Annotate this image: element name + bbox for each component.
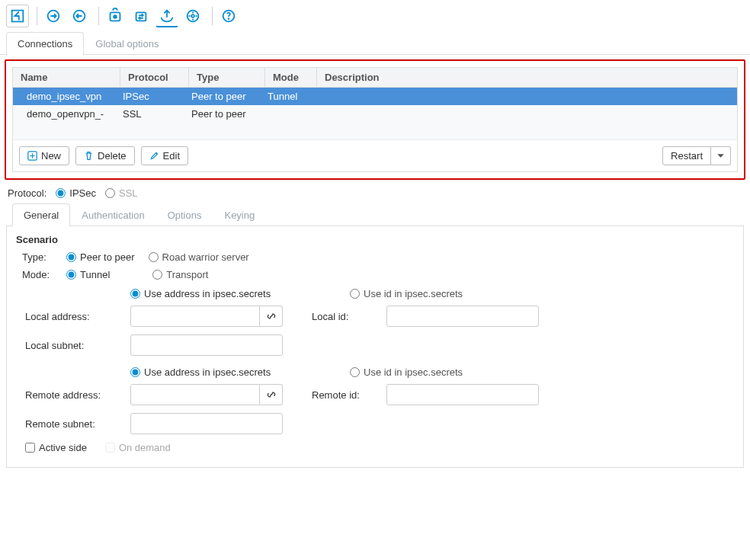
col-mode[interactable]: Mode (264, 68, 316, 87)
remote-address-label: Remote address: (25, 389, 124, 401)
connections-highlight: Name Protocol Type Mode Description demo… (5, 59, 745, 180)
svg-point-8 (229, 18, 229, 19)
link-icon (266, 311, 277, 322)
svg-rect-4 (136, 12, 146, 21)
local-address-link-button[interactable] (260, 306, 283, 327)
svg-point-3 (114, 15, 117, 18)
separator (212, 7, 213, 25)
col-protocol[interactable]: Protocol (120, 68, 188, 87)
remote-address-link-button[interactable] (260, 384, 283, 405)
local-use-address-radio[interactable]: Use address in ipsec.secrets (130, 288, 344, 299)
table-actions: New Delete Edit Restart (13, 139, 737, 171)
mode-row: Mode: Tunnel Transport (22, 269, 734, 280)
cell-mode: Tunnel (264, 88, 316, 105)
protocol-label: Protocol: (8, 187, 46, 199)
plus-icon (27, 151, 37, 161)
gear-circle-icon[interactable] (181, 5, 204, 27)
remote-use-address-radio[interactable]: Use address in ipsec.secrets (130, 366, 344, 378)
delete-button[interactable]: Delete (75, 146, 135, 165)
remote-secrets-row: Use address in ipsec.secrets Use id in i… (25, 366, 734, 378)
link-icon (266, 389, 277, 400)
type-label: Type: (22, 251, 60, 263)
connections-table: Name Protocol Type Mode Description demo… (12, 67, 738, 172)
scenario-title: Scenario (16, 234, 734, 245)
remote-address-group (130, 384, 306, 405)
col-description[interactable]: Description (316, 68, 737, 87)
help-icon[interactable] (217, 5, 240, 27)
tab-options[interactable]: Options (156, 203, 213, 226)
cell-description (316, 88, 737, 105)
restart-group: Restart (662, 146, 731, 165)
mode-tunnel-radio[interactable]: Tunnel (66, 269, 110, 280)
tab-keying[interactable]: Keying (213, 203, 266, 226)
back-icon[interactable] (6, 5, 29, 27)
restart-dropdown[interactable] (711, 146, 731, 165)
remote-id-label: Remote id: (312, 389, 380, 401)
edit-label: Edit (163, 150, 180, 162)
settings-swap-icon[interactable] (130, 5, 152, 27)
sync-in-icon[interactable] (42, 5, 65, 27)
local-address-label: Local address: (25, 311, 124, 322)
protocol-ipsec-radio[interactable]: IPSec (56, 187, 96, 199)
remote-subnet-input[interactable] (130, 413, 283, 434)
detail-panel: General Authentication Options Keying Sc… (6, 203, 744, 468)
local-use-id-radio[interactable]: Use id in ipsec.secrets (350, 288, 518, 299)
table-row[interactable]: demo_openvpn_- SSL Peer to peer (13, 105, 737, 123)
protocol-selector: Protocol: IPSec SSL (0, 183, 750, 203)
tab-general[interactable]: General (12, 203, 70, 226)
on-demand-checkbox: On demand (105, 442, 171, 453)
col-name[interactable]: Name (13, 68, 120, 87)
chevron-down-icon (716, 151, 726, 161)
mode-label: Mode: (22, 269, 60, 280)
remote-subnet-label: Remote subnet: (25, 418, 124, 430)
local-id-input[interactable] (386, 306, 539, 327)
new-button[interactable]: New (19, 146, 69, 165)
local-subnet-label: Local subnet: (25, 340, 124, 351)
detail-tabs: General Authentication Options Keying (6, 203, 744, 226)
edit-button[interactable]: Edit (141, 146, 188, 165)
table-header: Name Protocol Type Mode Description (13, 68, 737, 88)
active-side-checkbox[interactable]: Active side (25, 442, 87, 453)
cell-mode (264, 105, 316, 123)
remote-fields: Remote address: Remote id: Remote subnet… (25, 384, 734, 434)
local-secrets-row: Use address in ipsec.secrets Use id in i… (25, 288, 734, 299)
flags-row: Active side On demand (25, 442, 734, 453)
main-tabs: Connections Global options (0, 32, 750, 55)
table-row[interactable]: demo_ipsec_vpn IPSec Peer to peer Tunnel (13, 88, 737, 105)
cell-type: Peer to peer (188, 105, 264, 123)
cell-description (316, 105, 737, 123)
type-row: Type: Peer to peer Road warrior server (22, 251, 734, 263)
detail-body: Scenario Type: Peer to peer Road warrior… (6, 226, 744, 468)
settings-view-icon[interactable] (104, 5, 127, 27)
tab-global-options[interactable]: Global options (84, 32, 170, 55)
trash-icon (84, 151, 94, 161)
svg-point-6 (191, 14, 194, 18)
cell-type: Peer to peer (188, 88, 264, 105)
type-roadwarrior-radio[interactable]: Road warrior server (149, 251, 249, 263)
remote-address-input[interactable] (130, 384, 260, 405)
col-type[interactable]: Type (188, 68, 264, 87)
cell-name: demo_openvpn_- (13, 105, 120, 123)
tab-connections[interactable]: Connections (6, 32, 84, 55)
new-label: New (41, 150, 61, 162)
cell-name: demo_ipsec_vpn (13, 88, 120, 105)
sync-out-icon[interactable] (68, 5, 91, 27)
local-fields: Local address: Local id: Local subnet: (25, 306, 734, 356)
restart-button[interactable]: Restart (662, 146, 711, 165)
local-address-input[interactable] (130, 306, 260, 327)
separator (98, 7, 99, 25)
separator (37, 7, 37, 25)
table-body: demo_ipsec_vpn IPSec Peer to peer Tunnel… (13, 88, 737, 139)
edit-icon (149, 151, 159, 161)
mode-transport-radio[interactable]: Transport (152, 269, 208, 280)
upload-icon[interactable] (155, 5, 178, 27)
protocol-ssl-radio[interactable]: SSL (105, 187, 138, 199)
cell-protocol: SSL (120, 105, 188, 123)
tab-authentication[interactable]: Authentication (70, 203, 155, 226)
remote-id-input[interactable] (386, 384, 539, 405)
local-address-group (130, 306, 306, 327)
type-peer-radio[interactable]: Peer to peer (66, 251, 135, 263)
local-subnet-input[interactable] (130, 334, 283, 356)
remote-use-id-radio[interactable]: Use id in ipsec.secrets (350, 366, 518, 378)
toolbar (0, 0, 750, 32)
